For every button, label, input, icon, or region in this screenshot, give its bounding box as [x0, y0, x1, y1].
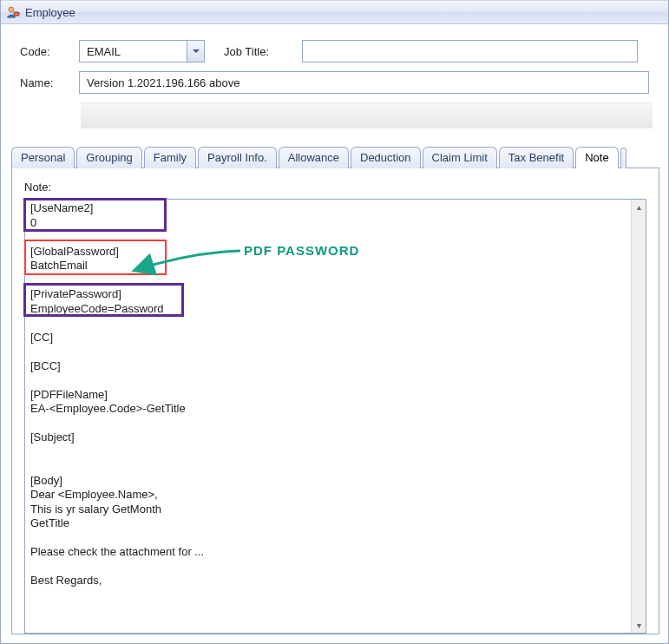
- tab-overflow[interactable]: [620, 148, 626, 168]
- tab-note[interactable]: Note: [575, 147, 618, 168]
- window-title: Employee: [25, 6, 75, 19]
- note-scrollbar[interactable]: ▴ ▾: [631, 200, 646, 633]
- scroll-up-button[interactable]: ▴: [632, 200, 646, 214]
- note-textarea-wrap: [UseName2] 0 [GlobalPassword] BatchEmail…: [24, 199, 646, 634]
- chevron-down-icon: [192, 47, 200, 56]
- tab-allowance[interactable]: Allowance: [279, 147, 349, 168]
- titlebar[interactable]: Employee: [1, 0, 668, 24]
- tab-family[interactable]: Family: [144, 147, 196, 168]
- name-value: Version 1.2021.196.166 above: [87, 76, 239, 89]
- tab-grouping[interactable]: Grouping: [76, 147, 141, 168]
- tab-deduction[interactable]: Deduction: [351, 147, 421, 168]
- code-combobox[interactable]: EMAIL: [79, 40, 205, 62]
- tab-personal[interactable]: Personal: [11, 147, 75, 168]
- tab-body-note: Note: [UseName2] 0 [GlobalPassword] Batc…: [11, 168, 659, 634]
- employee-icon: [6, 5, 20, 19]
- code-value: EMAIL: [87, 45, 121, 58]
- note-label: Note:: [24, 181, 646, 194]
- jobtitle-field[interactable]: [302, 40, 638, 62]
- name-label: Name:: [20, 76, 79, 89]
- client-area: Code: EMAIL Job Title: Name: Version 1.2…: [1, 24, 668, 643]
- chevron-down-icon: ▾: [637, 621, 641, 630]
- note-textarea[interactable]: [UseName2] 0 [GlobalPassword] BatchEmail…: [25, 200, 631, 633]
- toolbar-placeholder: [81, 102, 653, 128]
- tab-payroll-info-[interactable]: Payroll Info.: [198, 147, 277, 168]
- code-dropdown-button[interactable]: [187, 41, 204, 62]
- tab-tax-benefit[interactable]: Tax Benefit: [499, 147, 574, 168]
- tab-strip: PersonalGroupingFamilyPayroll Info.Allow…: [11, 146, 668, 168]
- window: Employee Code: EMAIL Job Title: Name:: [0, 0, 669, 644]
- svg-point-0: [9, 7, 14, 12]
- name-field[interactable]: Version 1.2021.196.166 above: [79, 71, 649, 94]
- tab-claim-limit[interactable]: Claim Limit: [423, 147, 497, 168]
- jobtitle-label: Job Title:: [224, 45, 286, 58]
- form-area: Code: EMAIL Job Title: Name: Version 1.2…: [1, 24, 668, 134]
- code-label: Code:: [20, 45, 79, 58]
- scroll-down-button[interactable]: ▾: [632, 618, 646, 633]
- chevron-up-icon: ▴: [637, 202, 641, 212]
- svg-rect-1: [14, 12, 19, 16]
